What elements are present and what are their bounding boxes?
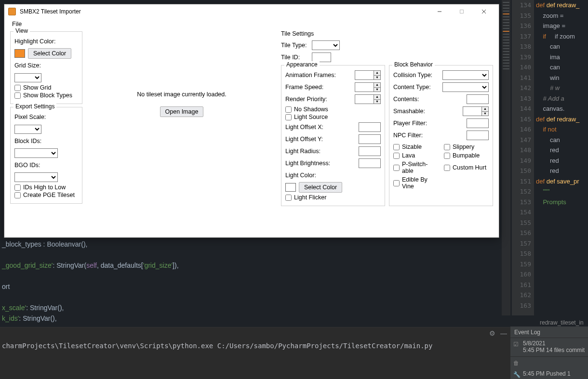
- event-message: 5:45 PM Pushed 1 comm: [523, 370, 585, 379]
- block-behavior-group: Block Behavior Collision Type: Content T…: [389, 65, 493, 206]
- light-source-checkbox[interactable]: [285, 114, 292, 120]
- event-log-header[interactable]: Event Log: [510, 327, 588, 338]
- light-flicker-label: Light Flicker: [294, 194, 326, 201]
- grid-size-label: Grid Size:: [14, 62, 41, 69]
- console-panel: ⚙ ― charmProjects\TilesetCreator\venv\Sc…: [0, 327, 510, 379]
- frame-speed-label: Frame Speed:: [285, 84, 323, 91]
- wrench-icon: 🔧: [513, 371, 520, 378]
- sizable-checkbox[interactable]: [393, 144, 400, 150]
- no-shadows-checkbox[interactable]: [285, 106, 292, 113]
- block-ids-label: Block IDs:: [14, 138, 41, 144]
- select-light-color-button[interactable]: Select Color: [299, 182, 342, 193]
- code-line: _good_grid_size': StringVar(self, data_d…: [2, 260, 393, 271]
- spin-down-icon[interactable]: ▼: [374, 88, 380, 92]
- code-line: [2, 292, 393, 302]
- event-message: 5:45 PM 14 files commit: [523, 347, 585, 353]
- open-image-button[interactable]: Open Image: [160, 106, 204, 117]
- console-output[interactable]: charmProjects\TilesetCreator\venv\Script…: [2, 342, 508, 350]
- checklist-icon: ☑: [513, 341, 520, 348]
- view-group-title: View: [13, 27, 30, 34]
- npc-filter-label: NPC Filter:: [393, 132, 423, 139]
- light-offset-x-input[interactable]: [359, 122, 381, 132]
- player-filter-input[interactable]: [467, 118, 489, 128]
- code-line: def def save_pr: [536, 176, 588, 187]
- light-flicker-checkbox[interactable]: [285, 195, 292, 201]
- bgo-ids-select[interactable]: [14, 172, 58, 182]
- svg-rect-1: [460, 10, 464, 13]
- code-line: Prompts: [536, 197, 588, 208]
- spin-down-icon[interactable]: ▼: [482, 112, 488, 116]
- contents-label: Contents:: [393, 96, 419, 103]
- content-type-select[interactable]: [442, 82, 489, 92]
- anim-frames-label: Animation Frames:: [285, 72, 336, 78]
- smashable-label: Smashable:: [393, 108, 425, 115]
- pixel-scale-label: Pixel Scale:: [14, 114, 46, 120]
- code-line: ima: [536, 52, 588, 63]
- light-brightness-label: Light Brightness:: [285, 160, 330, 167]
- custom-hurt-label: Custom Hurt: [453, 164, 486, 171]
- ids-high-to-low-checkbox[interactable]: [14, 184, 21, 191]
- spin-up-icon[interactable]: ▲: [374, 95, 380, 100]
- custom-hurt-checkbox[interactable]: [444, 165, 450, 171]
- npc-filter-input[interactable]: [467, 131, 489, 140]
- window-titlebar[interactable]: SMBX2 Tileset Importer: [4, 4, 499, 19]
- code-line: k_ids': StringVar(),: [2, 313, 393, 324]
- light-source-label: Light Source: [294, 114, 328, 120]
- smashable-spinner[interactable]: ▲▼: [463, 106, 489, 116]
- show-block-types-label: Show Block Types: [23, 92, 72, 99]
- contents-input[interactable]: [467, 94, 489, 104]
- export-settings-title: Export Settings: [13, 103, 56, 110]
- light-brightness-input[interactable]: [359, 158, 381, 168]
- content-type-label: Content Type:: [393, 84, 431, 91]
- event-date: 5/8/2021: [523, 340, 585, 347]
- minimize-icon[interactable]: ―: [500, 329, 507, 337]
- code-line: def def redraw_: [536, 114, 588, 125]
- gear-icon[interactable]: ⚙: [489, 329, 495, 337]
- show-grid-checkbox[interactable]: [14, 85, 21, 91]
- spin-down-icon[interactable]: ▼: [374, 76, 380, 80]
- render-priority-label: Render Priority:: [285, 96, 327, 103]
- select-highlight-color-button[interactable]: Select Color: [28, 48, 71, 59]
- trash-icon[interactable]: 🗑: [513, 360, 520, 366]
- app-icon: [8, 8, 16, 15]
- anim-frames-spinner[interactable]: ▲▼: [355, 70, 381, 80]
- code-line: can: [536, 62, 588, 73]
- code-line: red: [536, 166, 588, 176]
- code-line: if not: [536, 124, 588, 135]
- spin-up-icon[interactable]: ▲: [374, 71, 380, 76]
- code-line: [2, 249, 393, 260]
- spin-up-icon[interactable]: ▲: [374, 83, 380, 88]
- spin-up-icon[interactable]: ▲: [482, 107, 488, 112]
- slippery-checkbox[interactable]: [444, 144, 450, 150]
- show-block-types-checkbox[interactable]: [14, 92, 21, 99]
- no-image-message: No tileset image currently loaded.: [137, 91, 227, 98]
- tile-type-select[interactable]: [312, 40, 340, 50]
- pixel-scale-select[interactable]: [14, 125, 41, 134]
- render-priority-spinner[interactable]: ▲▼: [355, 94, 381, 104]
- light-radius-input[interactable]: [359, 146, 381, 156]
- code-line: """: [536, 186, 588, 197]
- minimize-button[interactable]: [428, 4, 451, 19]
- lava-checkbox[interactable]: [393, 153, 400, 159]
- spin-down-icon[interactable]: ▼: [374, 100, 380, 104]
- edible-checkbox[interactable]: [393, 180, 400, 186]
- line-number-gutter: 134 135 136 137 138 139 140 141 142 143 …: [512, 0, 534, 315]
- code-line: _block_types : Booleanvar(),: [2, 239, 393, 249]
- collision-type-select[interactable]: [442, 70, 489, 80]
- light-offset-y-input[interactable]: [359, 134, 381, 144]
- code-line: red: [536, 145, 588, 156]
- block-ids-select[interactable]: [14, 148, 58, 158]
- tile-id-input[interactable]: [312, 52, 331, 62]
- code-line: zoom =: [536, 11, 588, 21]
- pswitch-checkbox[interactable]: [393, 165, 400, 171]
- close-button[interactable]: [473, 4, 495, 19]
- code-editor-left[interactable]: _block_types : Booleanvar(), _good_grid_…: [0, 236, 395, 332]
- create-pge-checkbox[interactable]: [14, 192, 21, 198]
- maximize-button[interactable]: [451, 4, 473, 19]
- grid-size-select[interactable]: [14, 73, 41, 82]
- frame-speed-spinner[interactable]: ▲▼: [355, 82, 381, 92]
- bumpable-checkbox[interactable]: [444, 153, 450, 159]
- bumpable-label: Bumpable: [453, 152, 480, 159]
- tileset-importer-dialog: SMBX2 Tileset Importer File View Highlig…: [4, 4, 499, 238]
- code-line: canvas.: [536, 104, 588, 114]
